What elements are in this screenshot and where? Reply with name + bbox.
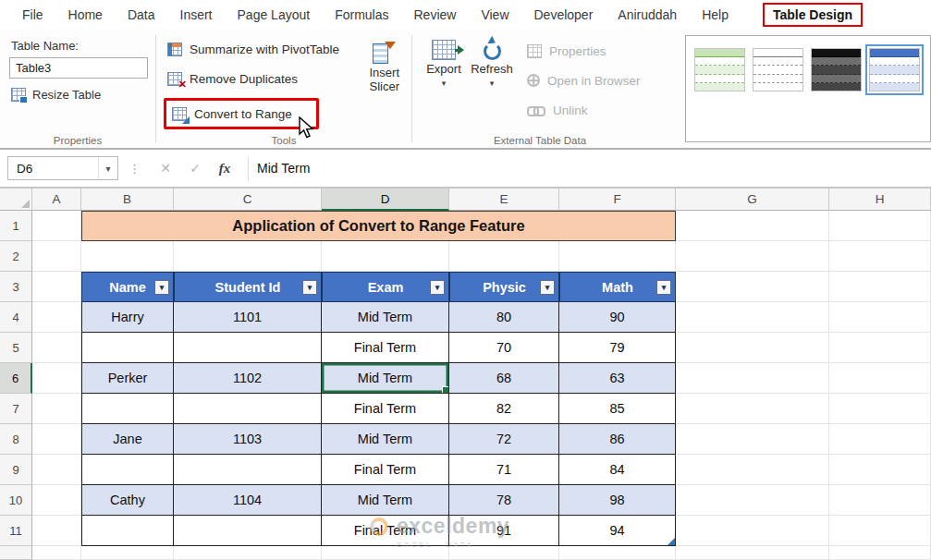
cell-A12[interactable] <box>32 546 81 560</box>
cell-F12[interactable] <box>559 546 676 560</box>
cell-A6[interactable] <box>32 363 81 394</box>
filter-dropdown-icon[interactable]: ▾ <box>302 280 317 295</box>
cell-D11[interactable]: Final Term <box>322 516 449 546</box>
cell-D10[interactable]: Mid Term <box>322 485 449 516</box>
cell-E7[interactable]: 82 <box>449 394 559 424</box>
cell-D2[interactable] <box>322 241 449 272</box>
cell-F10[interactable]: 98 <box>559 485 676 516</box>
row-header-5[interactable]: 5 <box>0 333 32 363</box>
select-all-corner[interactable] <box>0 189 32 211</box>
cell-F9[interactable]: 84 <box>559 455 676 485</box>
column-header-C[interactable]: C <box>174 189 322 211</box>
column-header-G[interactable]: G <box>676 189 829 211</box>
tab-view[interactable]: View <box>481 7 508 22</box>
row-header-10[interactable]: 10 <box>0 485 32 516</box>
cell-B2[interactable] <box>81 241 174 272</box>
cell-E6[interactable]: 68 <box>449 363 559 394</box>
cell-A4[interactable] <box>32 302 81 333</box>
cell-D12[interactable] <box>322 546 449 560</box>
table-style-option-green[interactable] <box>694 48 745 91</box>
cell-G5[interactable] <box>676 333 829 363</box>
cell-A7[interactable] <box>32 394 81 424</box>
column-header-B[interactable]: B <box>81 189 174 211</box>
name-box-dropdown-icon[interactable]: ▾ <box>98 157 117 179</box>
cell-E4[interactable]: 80 <box>449 302 559 333</box>
insert-slicer-button[interactable]: Insert Slicer <box>361 37 408 129</box>
cell-C2[interactable] <box>174 241 322 272</box>
cell-F8[interactable]: 86 <box>559 424 676 455</box>
tab-help[interactable]: Help <box>702 7 729 22</box>
cell-B8[interactable]: Jane <box>81 424 174 455</box>
tab-data[interactable]: Data <box>128 7 155 22</box>
formula-input[interactable]: Mid Term <box>257 161 310 176</box>
cell-A10[interactable] <box>32 485 81 516</box>
cell-E12[interactable] <box>449 546 559 560</box>
cell-C4[interactable]: 1101 <box>174 302 322 333</box>
cell-F5[interactable]: 79 <box>559 333 676 363</box>
cell-H2[interactable] <box>829 241 931 272</box>
row-header-9[interactable]: 9 <box>0 455 32 485</box>
cell-G10[interactable] <box>676 485 829 516</box>
cell-D4[interactable]: Mid Term <box>322 302 449 333</box>
cell-E10[interactable]: 78 <box>449 485 559 516</box>
cell-E11[interactable]: 91 <box>449 516 559 546</box>
cell-E2[interactable] <box>449 241 559 272</box>
column-header-E[interactable]: E <box>449 189 559 211</box>
filter-dropdown-icon[interactable]: ▾ <box>430 280 445 295</box>
cell-G7[interactable] <box>676 394 829 424</box>
cell-H10[interactable] <box>829 485 931 516</box>
cell-H7[interactable] <box>829 394 931 424</box>
refresh-button[interactable]: Refresh ▾ <box>468 37 516 122</box>
cell-F7[interactable]: 85 <box>559 394 676 424</box>
column-header-F[interactable]: F <box>559 189 676 211</box>
cell-B9[interactable] <box>81 455 174 485</box>
table-style-option-plain[interactable] <box>753 48 803 91</box>
cell-H3[interactable] <box>829 272 931 302</box>
export-button[interactable]: Export ▾ <box>420 37 468 122</box>
cell-C7[interactable] <box>174 394 322 424</box>
cell-H4[interactable] <box>829 302 931 333</box>
cell-G11[interactable] <box>676 516 829 546</box>
row-header-7[interactable]: 7 <box>0 394 32 424</box>
table-name-input[interactable] <box>9 57 148 79</box>
tab-aniruddah[interactable]: Aniruddah <box>618 7 677 22</box>
cell-H1[interactable] <box>829 211 931 241</box>
row-header-11[interactable]: 11 <box>0 516 32 546</box>
cell-G12[interactable] <box>676 546 829 560</box>
cell-C12[interactable] <box>174 546 322 560</box>
cell-D8[interactable]: Mid Term <box>322 424 449 455</box>
cell-H9[interactable] <box>829 455 931 485</box>
row-header-2[interactable]: 2 <box>0 241 32 272</box>
cell-H8[interactable] <box>829 424 931 455</box>
cell-H6[interactable] <box>829 363 931 394</box>
filter-dropdown-icon[interactable]: ▾ <box>154 280 169 295</box>
insert-function-button[interactable]: fx <box>213 161 237 177</box>
cell-E8[interactable]: 72 <box>449 424 559 455</box>
cell-A9[interactable] <box>32 455 81 485</box>
cell-G9[interactable] <box>676 455 829 485</box>
cell-G6[interactable] <box>676 363 829 394</box>
cell-E9[interactable]: 71 <box>449 455 559 485</box>
tab-insert[interactable]: Insert <box>180 7 213 22</box>
row-header-3[interactable]: 3 <box>0 272 32 302</box>
column-header-D[interactable]: D <box>322 189 449 211</box>
tab-home[interactable]: Home <box>68 7 103 22</box>
cell-D9[interactable]: Final Term <box>322 455 449 485</box>
cell-G1[interactable] <box>676 211 829 241</box>
cell-B12[interactable] <box>81 546 174 560</box>
cell-B7[interactable] <box>81 394 174 424</box>
cell-C8[interactable]: 1103 <box>174 424 322 455</box>
column-header-A[interactable]: A <box>32 189 81 211</box>
remove-duplicates-button[interactable]: Remove Duplicates <box>164 67 361 91</box>
cell-F4[interactable]: 90 <box>559 302 676 333</box>
tab-page-layout[interactable]: Page Layout <box>238 7 311 22</box>
row-header-4[interactable]: 4 <box>0 302 32 333</box>
cell-B11[interactable] <box>81 516 174 546</box>
column-header-H[interactable]: H <box>829 189 931 211</box>
row-header-12[interactable] <box>0 546 32 560</box>
cell-D6[interactable]: Mid Term <box>322 363 449 394</box>
cell-C6[interactable]: 1102 <box>174 363 322 394</box>
cell-A1[interactable] <box>32 211 81 241</box>
cell-C9[interactable] <box>174 455 322 485</box>
filter-dropdown-icon[interactable]: ▾ <box>540 280 555 295</box>
